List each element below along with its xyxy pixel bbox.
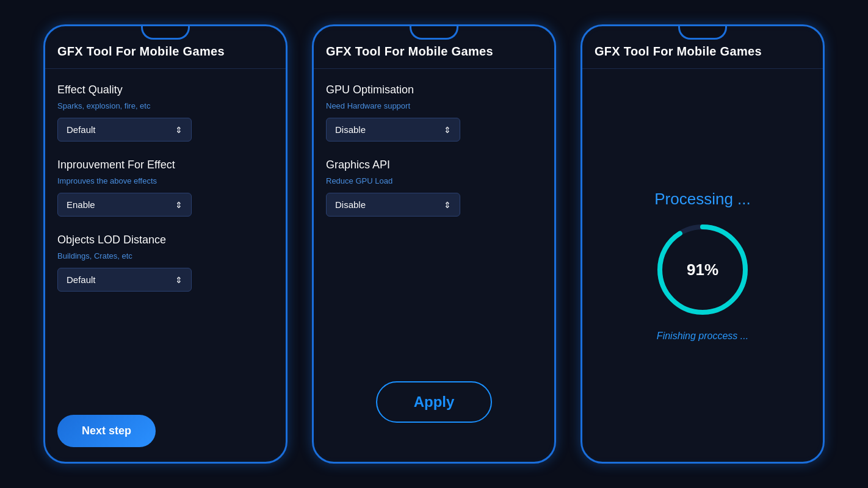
setting-label-graphics-api: Graphics API	[326, 159, 542, 171]
processing-title: Processing ...	[654, 190, 751, 209]
dropdown-gpu-value: Disable	[335, 124, 366, 135]
setting-label-lod: Objects LOD Distance	[57, 234, 273, 246]
phone-2-content: GPU Optimisation Need Hardware support D…	[314, 69, 554, 462]
progress-circle: 91%	[654, 221, 751, 318]
finishing-text: Finishing proccess ...	[657, 331, 748, 342]
setting-improvement: Inprouvement For Effect Improuves the ab…	[57, 159, 273, 217]
dropdown-effect-quality-value: Default	[67, 124, 96, 135]
phone-1-content: Effect Quality Sparks, explosion, fire, …	[45, 69, 286, 462]
phone-notch-2	[410, 26, 458, 40]
setting-label-effect-quality: Effect Quality	[57, 84, 273, 96]
processing-container: Processing ... 91% Finishing proccess ..…	[582, 69, 823, 462]
apply-button[interactable]: Apply	[376, 381, 493, 423]
phone-1: GFX Tool For Mobile Games Effect Quality…	[43, 24, 288, 464]
dropdown-gpu[interactable]: Disable ⇕	[326, 118, 460, 142]
phone-left-btn-2	[312, 124, 313, 154]
setting-sublabel-graphics-api: Reduce GPU Load	[326, 176, 542, 185]
dropdown-lod-arrow: ⇕	[175, 275, 183, 285]
setting-label-gpu: GPU Optimisation	[326, 84, 542, 96]
dropdown-graphics-api-value: Disable	[335, 199, 366, 210]
dropdown-effect-quality[interactable]: Default ⇕	[57, 118, 192, 142]
phone-3: GFX Tool For Mobile Games Processing ...…	[580, 24, 825, 464]
phone-2-title: GFX Tool For Mobile Games	[326, 45, 493, 58]
phone-1-title: GFX Tool For Mobile Games	[57, 45, 225, 58]
dropdown-gpu-arrow: ⇕	[444, 125, 451, 135]
setting-label-improvement: Inprouvement For Effect	[57, 159, 273, 171]
phone-3-title: GFX Tool For Mobile Games	[595, 45, 762, 58]
dropdown-improvement[interactable]: Enable ⇕	[57, 193, 192, 217]
setting-sublabel-lod: Buildings, Crates, etc	[57, 251, 273, 260]
dropdown-graphics-api[interactable]: Disable ⇕	[326, 193, 460, 217]
setting-lod: Objects LOD Distance Buildings, Crates, …	[57, 234, 273, 292]
next-step-button[interactable]: Next step	[57, 415, 156, 447]
phone-2: GFX Tool For Mobile Games GPU Optimisati…	[312, 24, 556, 464]
dropdown-improvement-arrow: ⇕	[175, 200, 183, 210]
phone-notch-3	[678, 26, 727, 40]
dropdown-lod-value: Default	[67, 274, 96, 285]
phone-left-btn-3	[580, 124, 582, 154]
setting-sublabel-improvement: Improuves the above effects	[57, 176, 273, 185]
dropdown-graphics-api-arrow: ⇕	[444, 200, 451, 210]
setting-gpu: GPU Optimisation Need Hardware support D…	[326, 84, 542, 142]
setting-sublabel-gpu: Need Hardware support	[326, 101, 542, 110]
progress-percent: 91%	[687, 260, 718, 279]
setting-graphics-api: Graphics API Reduce GPU Load Disable ⇕	[326, 159, 542, 217]
dropdown-effect-quality-arrow: ⇕	[175, 125, 183, 135]
dropdown-lod[interactable]: Default ⇕	[57, 268, 192, 292]
setting-effect-quality: Effect Quality Sparks, explosion, fire, …	[57, 84, 273, 142]
phone-notch-1	[141, 26, 190, 40]
setting-sublabel-effect-quality: Sparks, explosion, fire, etc	[57, 101, 273, 110]
phone-left-btn-1	[43, 124, 45, 154]
dropdown-improvement-value: Enable	[67, 199, 95, 210]
